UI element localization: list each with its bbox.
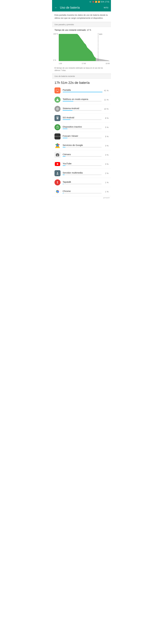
battery-bar-inner <box>63 193 64 194</box>
app-info: YouTube <box>63 162 102 166</box>
app-bar: ← Uso de batería MÁS <box>52 4 111 12</box>
battery-bar-outer <box>63 193 102 194</box>
battery-bar-inner <box>63 101 73 102</box>
x-label-2: 17:00 <box>82 62 86 64</box>
app-percent: 3 % <box>103 154 108 156</box>
chart-y-labels: 100 % 0 % <box>53 33 58 61</box>
section-header-pasado: Uso pasado y previsto <box>52 22 111 27</box>
svg-point-11 <box>57 117 58 118</box>
wifi-icon: 📶 <box>95 1 97 3</box>
app-item[interactable]: Chrome 1 % <box>52 187 111 196</box>
estimated-time-text: Tiempo de uso restante estimado: 17 h <box>52 27 111 32</box>
battery-bar-outer <box>63 110 102 111</box>
chart-x-labels: 1:00 17:00 10:00 <box>59 62 110 65</box>
battery-bar-inner <box>63 147 66 148</box>
status-icons: ☏ 🔇 📶 📶 51% 17:51 <box>89 1 109 3</box>
app-name: Foscam Viewer <box>63 134 102 137</box>
app-name: Tapatalk <box>63 180 102 183</box>
battery-bar-outer <box>63 101 102 102</box>
app-name: Chrome <box>63 190 102 192</box>
svg-point-14 <box>57 126 58 126</box>
more-button[interactable]: MÁS <box>104 6 108 9</box>
battery-bar-outer <box>63 92 102 92</box>
battery-bar-inner <box>63 138 67 138</box>
battery-bar-inner <box>63 156 66 157</box>
chart-area: 10/3 <box>59 32 110 62</box>
info-description: Esta pantalla muestra los datos de uso d… <box>52 12 111 22</box>
app-info: Chrome <box>63 190 102 194</box>
app-percent: 1 % <box>103 190 108 193</box>
svg-point-22 <box>57 172 58 173</box>
battery-bar-inner <box>63 165 66 166</box>
watermark: gsmspaín <box>52 196 111 199</box>
app-info: Sistema Android <box>63 107 102 111</box>
app-info: Tapatalk <box>63 180 102 184</box>
app-item[interactable]: Teléfono en modo espera 11 % <box>52 95 111 104</box>
app-name: YouTube <box>63 162 102 165</box>
app-percent: 1 % <box>103 181 108 184</box>
app-info: Servidor multimedia <box>63 172 102 175</box>
battery-bar-inner <box>63 92 102 92</box>
section-header-reciente: Uso de batería reciente <box>52 74 111 79</box>
app-percent: 10 % <box>103 108 108 110</box>
battery-bar-outer <box>63 174 102 175</box>
app-item[interactable]: Pantalla 41 % <box>52 86 111 95</box>
app-percent: 2 % <box>103 172 108 174</box>
app-name: Pantalla <box>63 89 102 91</box>
x-label-3: 10:00 <box>105 62 110 64</box>
app-item[interactable]: Servidor multimedia 2 % <box>52 169 111 178</box>
app-bar-title: Uso de batería <box>60 6 104 9</box>
battery-bar-inner <box>63 174 65 175</box>
notification-icon: ☏ <box>89 1 91 3</box>
app-name: Servicios de Google <box>63 144 102 146</box>
time: 17:51 <box>105 1 109 3</box>
signal-icon: 📶 <box>98 1 100 3</box>
app-name: Teléfono en modo espera <box>63 98 102 100</box>
battery-bar-outer <box>63 120 102 120</box>
battery-bar-inner <box>63 184 64 184</box>
y-label-bottom: 0 % <box>53 59 58 61</box>
chart-svg: 10/3 <box>59 32 110 62</box>
svg-rect-7 <box>56 90 59 91</box>
svg-marker-1 <box>96 58 110 61</box>
app-info: Foscam Viewer <box>63 134 102 138</box>
app-info: Servicios de Google <box>63 144 102 148</box>
app-item[interactable]: Sistema Android 10 % <box>52 104 111 114</box>
app-percent: 8 % <box>103 117 108 119</box>
battery-bar-outer <box>63 156 102 157</box>
svg-marker-8 <box>56 98 59 101</box>
app-name: Dispositivo inactivo <box>63 126 102 128</box>
battery-bar-outer <box>63 184 102 184</box>
app-name: SO Android <box>63 116 102 119</box>
main-content: Esta pantalla muestra los datos de uso d… <box>52 12 111 196</box>
app-percent: 3 % <box>103 144 108 147</box>
battery-bar-outer <box>63 165 102 166</box>
battery-total: 17h 51m 22s de batería <box>52 79 111 86</box>
app-item[interactable]: Cámara 3 % <box>52 150 111 160</box>
x-label-1: 1:00 <box>59 62 62 64</box>
app-percent: 5 % <box>103 135 108 138</box>
app-list: Pantalla 41 % Teléfono en modo espera 11… <box>52 86 111 196</box>
svg-point-26 <box>57 191 58 192</box>
app-name: Sistema Android <box>63 107 102 110</box>
back-button[interactable]: ← <box>55 6 58 9</box>
app-item[interactable]: t Tapatalk 1 % <box>52 178 111 187</box>
app-percent: 3 % <box>103 163 108 165</box>
app-name: Servidor multimedia <box>63 172 102 174</box>
battery-bar-inner <box>63 110 72 111</box>
app-percent: 41 % <box>103 90 108 92</box>
battery-bar-outer <box>63 128 102 129</box>
app-name: Cámara <box>63 153 102 156</box>
status-bar: ☏ 🔇 📶 📶 51% 17:51 <box>52 0 111 4</box>
app-item[interactable]: YouTube 3 % <box>52 160 111 169</box>
app-item[interactable]: Servicios de Google 3 % <box>52 141 111 150</box>
app-item[interactable]: FOSCAM Foscam Viewer 5 % <box>52 132 111 141</box>
battery-bar-inner <box>63 128 67 129</box>
app-item[interactable]: SO Android 8 % <box>52 114 111 123</box>
app-item[interactable]: Dispositivo inactivo 5 % <box>52 123 111 132</box>
app-info: Pantalla <box>63 89 102 92</box>
battery-bar-outer <box>63 138 102 138</box>
svg-text:10/3: 10/3 <box>99 33 102 35</box>
app-percent: 11 % <box>103 98 108 101</box>
app-percent: 5 % <box>103 126 108 128</box>
